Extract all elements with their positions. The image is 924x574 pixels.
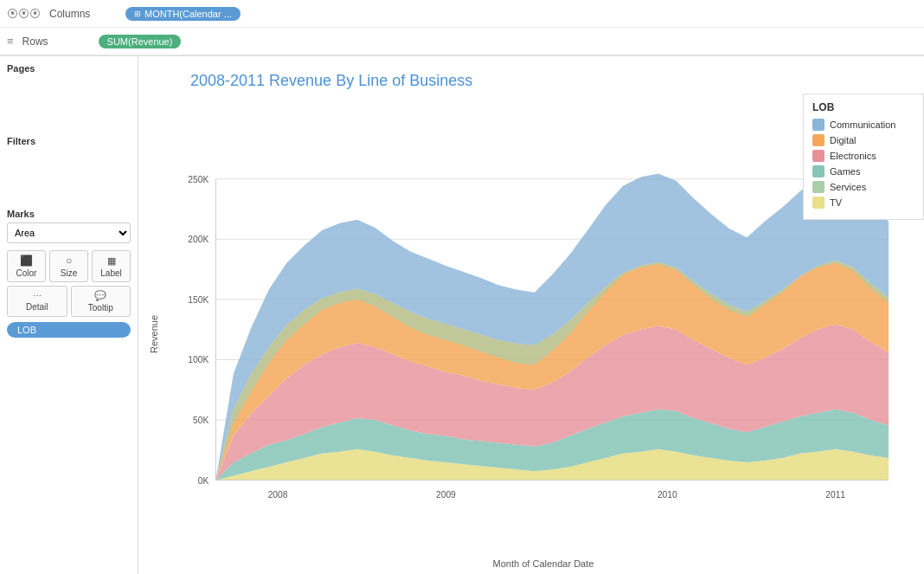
legend-item-electronics: Electronics [812, 150, 914, 162]
legend-swatch-electronics [812, 150, 825, 162]
rows-pill[interactable]: SUM(Revenue) [99, 35, 182, 48]
svg-text:2008: 2008 [268, 490, 288, 500]
filters-title: Filters [7, 136, 131, 146]
main-content: Pages Filters Marks Area Bar Line ⬛ Colo… [0, 56, 924, 574]
svg-text:2010: 2010 [658, 490, 677, 500]
svg-text:2009: 2009 [436, 490, 456, 500]
legend-swatch-communication [812, 119, 825, 131]
marks-title: Marks [7, 209, 131, 219]
legend-title: LOB [812, 101, 914, 113]
legend: LOB Communication Digital Electronics Ga… [803, 94, 924, 220]
filters-empty [7, 150, 131, 202]
columns-row: ⦿⦿⦿ Columns ⊞ MONTH(Calendar ... [0, 0, 924, 28]
marks-type-select[interactable]: Area Bar Line [7, 223, 131, 243]
lob-pill[interactable]: LOB [7, 322, 131, 338]
svg-text:200K: 200K [188, 235, 209, 244]
legend-swatch-tv [812, 197, 825, 209]
legend-label-tv: TV [830, 197, 842, 208]
rows-row: ≡ Rows SUM(Revenue) [0, 28, 924, 55]
legend-label-games: Games [830, 166, 860, 177]
chart-title-highlight: Line of Business [358, 72, 472, 89]
x-axis-label: Month of Calendar Date [163, 557, 924, 574]
legend-item-games: Games [812, 165, 914, 177]
marks-size-btn[interactable]: ○ Size [49, 250, 88, 282]
chart-title-text: 2008-2011 Revenue By [190, 72, 358, 89]
marks-buttons-row1: ⬛ Color ○ Size ▦ Label [7, 250, 131, 282]
marks-buttons-row2: ⋯ Detail 💬 Tooltip [7, 286, 131, 317]
legend-label-services: Services [830, 182, 866, 192]
legend-label-electronics: Electronics [830, 151, 876, 161]
chart-title: 2008-2011 Revenue By Line of Business [138, 65, 924, 94]
marks-detail-btn[interactable]: ⋯ Detail [7, 286, 67, 317]
pages-title: Pages [7, 63, 131, 74]
chart-area: 2008-2011 Revenue By Line of Business Re… [138, 56, 924, 574]
svg-text:50K: 50K [193, 416, 209, 425]
marks-label-btn[interactable]: ▦ Label [92, 250, 131, 282]
legend-item-services: Services [812, 181, 914, 193]
y-axis-label: Revenue [145, 94, 163, 574]
legend-swatch-services [812, 181, 825, 193]
legend-label-communication: Communication [830, 119, 895, 130]
svg-text:0K: 0K [198, 476, 209, 486]
legend-swatch-digital [812, 134, 825, 146]
legend-swatch-games [812, 165, 825, 177]
columns-pill[interactable]: ⊞ MONTH(Calendar ... [125, 7, 241, 21]
marks-tooltip-btn[interactable]: 💬 Tooltip [71, 286, 132, 317]
legend-label-digital: Digital [830, 135, 857, 145]
legend-item-tv: TV [812, 197, 914, 209]
top-bar: ⦿⦿⦿ Columns ⊞ MONTH(Calendar ... ≡ Rows … [0, 0, 924, 56]
svg-text:2011: 2011 [825, 490, 845, 500]
left-panel: Pages Filters Marks Area Bar Line ⬛ Colo… [0, 56, 138, 574]
svg-text:250K: 250K [188, 175, 209, 184]
pages-empty [7, 77, 131, 129]
legend-item-digital: Digital [812, 134, 914, 146]
rows-label: Rows [22, 35, 92, 48]
marks-color-btn[interactable]: ⬛ Color [7, 250, 46, 282]
svg-text:150K: 150K [188, 295, 209, 305]
chart-container: Revenue 0K 50K [138, 94, 924, 574]
legend-item-communication: Communication [812, 119, 914, 131]
svg-text:100K: 100K [188, 356, 209, 365]
columns-label: Columns [49, 8, 119, 20]
